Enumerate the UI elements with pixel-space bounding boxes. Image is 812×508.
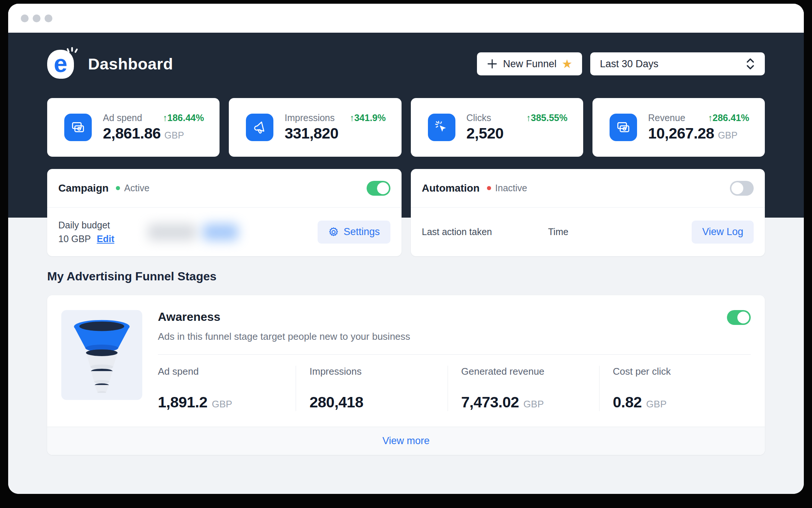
app-window: e Dashboard (8, 4, 804, 494)
campaign-status: Active (124, 183, 149, 193)
kpi-delta: ↑286.41% (708, 113, 749, 123)
kpi-delta: ↑341.9% (350, 113, 386, 123)
kpi-card-ad-spend: Ad spend ↑186.44% 2,861.86 GBP (47, 98, 220, 157)
new-funnel-label: New Funnel (503, 58, 556, 70)
campaign-toggle[interactable] (367, 181, 390, 196)
daily-budget-label: Daily budget (58, 220, 114, 231)
automation-status: Inactive (495, 183, 527, 193)
metric-currency: GBP (646, 398, 667, 410)
sparkle-icon (66, 47, 79, 59)
stage-metrics: Ad spend 1,891.2 GBP Impressions 280,418 (158, 355, 751, 411)
logo-letter: e (54, 51, 68, 76)
funnel-section-heading: My Advertising Funnel Stages (47, 270, 765, 283)
kpi-cards-row: Ad spend ↑186.44% 2,861.86 GBP (47, 98, 765, 157)
banknotes-icon (610, 114, 637, 141)
settings-button[interactable]: Settings (318, 221, 390, 244)
kpi-delta: ↑186.44% (163, 113, 204, 123)
kpi-value: 2,520 (467, 125, 504, 142)
kpi-card-clicks: Clicks ↑385.55% 2,520 (411, 98, 583, 157)
metric-value: 280,418 (309, 394, 363, 411)
page-title: Dashboard (88, 55, 173, 73)
metric-currency: GBP (523, 398, 544, 410)
window-control-dot (45, 14, 52, 22)
kpi-card-impressions: Impressions ↑341.9% 331,820 (229, 98, 401, 157)
date-range-value: Last 30 Days (600, 58, 659, 70)
new-funnel-button[interactable]: New Funnel ★ (477, 52, 582, 75)
kpi-label: Revenue (648, 113, 685, 123)
settings-label: Settings (344, 226, 380, 238)
metric-label: Cost per click (613, 366, 751, 377)
metric-generated-revenue: Generated revenue 7,473.02 GBP (448, 366, 599, 411)
kpi-delta: ↑385.55% (526, 113, 568, 123)
status-dot-inactive (487, 186, 491, 190)
blurred-content (148, 224, 238, 241)
daily-budget-value: 10 GBP (58, 234, 91, 244)
kpi-card-revenue: Revenue ↑286.41% 10,267.28 GBP (592, 98, 765, 157)
stage-title: Awareness (158, 310, 220, 324)
view-log-button[interactable]: View Log (692, 221, 754, 244)
kpi-value: 2,861.86 (103, 125, 161, 142)
metric-ad-spend: Ad spend 1,891.2 GBP (158, 366, 296, 411)
awareness-stage-card: Awareness Ads in this funnel stage targe… (47, 295, 765, 455)
page-body: Campaign Active Daily budget 10 GBP Edit (8, 218, 804, 494)
automation-card: Automation Inactive Last action taken Ti… (411, 169, 765, 256)
date-range-select[interactable]: Last 30 Days (590, 52, 765, 75)
kpi-currency: GBP (718, 130, 738, 141)
metric-value: 0.82 (613, 394, 642, 411)
window-control-dot (33, 14, 40, 22)
metric-currency: GBP (212, 398, 232, 410)
banknotes-icon (64, 114, 92, 141)
window-control-dot (21, 14, 29, 22)
metric-cost-per-click: Cost per click 0.82 GBP (599, 366, 751, 411)
view-log-label: View Log (702, 226, 743, 238)
cursor-click-icon (428, 114, 455, 141)
plus-icon (487, 58, 498, 69)
megaphone-icon (246, 114, 273, 141)
automation-title: Automation (422, 182, 480, 194)
star-icon: ★ (562, 58, 572, 70)
metric-label: Impressions (309, 366, 447, 377)
campaign-card: Campaign Active Daily budget 10 GBP Edit (47, 169, 402, 256)
kpi-label: Impressions (285, 113, 335, 123)
kpi-currency: GBP (165, 130, 184, 141)
metric-value: 1,891.2 (158, 394, 207, 411)
metric-label: Ad spend (158, 366, 296, 377)
kpi-label: Ad spend (103, 113, 142, 123)
funnel-card-footer: View more (47, 427, 765, 455)
kpi-label: Clicks (467, 113, 491, 123)
metric-value: 7,473.02 (461, 394, 519, 411)
window-titlebar (8, 4, 804, 33)
kpi-value: 331,820 (285, 125, 338, 142)
campaign-title: Campaign (58, 182, 108, 194)
awareness-toggle[interactable] (727, 310, 751, 325)
view-more-link[interactable]: View more (382, 435, 429, 447)
chevron-updown-icon (746, 57, 755, 71)
gear-icon (328, 227, 339, 238)
time-label: Time (548, 227, 569, 237)
app-logo: e (47, 48, 78, 79)
funnel-illustration (61, 310, 142, 400)
metric-impressions: Impressions 280,418 (296, 366, 447, 411)
metric-label: Generated revenue (461, 366, 599, 377)
last-action-label: Last action taken (422, 227, 548, 237)
status-dot-active (116, 186, 120, 190)
stage-description: Ads in this funnel stage target people n… (158, 331, 751, 342)
edit-budget-link[interactable]: Edit (97, 234, 114, 244)
automation-toggle[interactable] (730, 181, 754, 196)
kpi-value: 10,267.28 (648, 125, 714, 142)
